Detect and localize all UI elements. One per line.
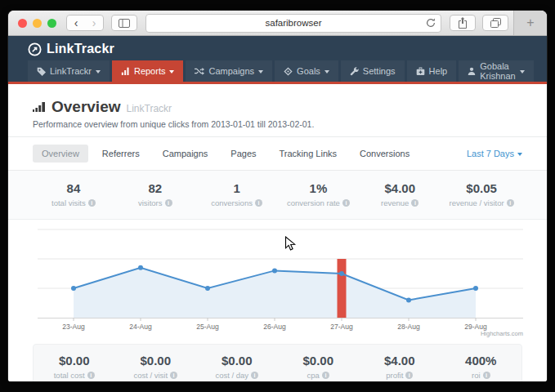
chart-canvas: 23-Aug24-Aug25-Aug26-Aug27-Aug28-Aug29-A…	[8, 220, 545, 338]
tab-label: Conversions	[360, 149, 410, 158]
stat-card: $0.00cpai	[278, 354, 360, 380]
info-icon[interactable]: i	[507, 199, 514, 207]
stat-label: revenue / visitor	[450, 198, 504, 207]
tabs-overview-icon	[490, 18, 501, 28]
page-header: Overview LinkTrackr Performance overview…	[8, 84, 547, 137]
report-tabs: OverviewReferrersCampaignsPagesTracking …	[8, 137, 547, 171]
caret-down-icon	[96, 70, 101, 74]
nav-item-label: Reports	[134, 66, 166, 76]
area-fill	[74, 268, 476, 318]
info-icon[interactable]: i	[87, 372, 95, 379]
user-menu[interactable]: Gobala Krishnan	[459, 60, 533, 82]
stat-label: profit	[386, 371, 403, 380]
stat-value: $0.05	[441, 181, 522, 195]
stat-value: 1	[196, 181, 278, 195]
app-navbar: LinkTrackr LinkTrackrReportsCampaignsGoa…	[8, 36, 547, 84]
dashboard-content: Overview LinkTrackr Performance overview…	[8, 84, 547, 381]
address-bar[interactable]: safaribrowser	[145, 14, 441, 33]
info-icon[interactable]: i	[405, 372, 413, 379]
info-icon[interactable]: i	[165, 199, 172, 207]
screenshot-frame: ‹ › safaribrowser	[0, 0, 555, 392]
data-point	[339, 271, 344, 276]
refresh-icon[interactable]	[426, 18, 436, 28]
nav-item-linktrackr[interactable]: LinkTrackr	[28, 60, 110, 82]
traffic-lights	[18, 19, 56, 28]
sidebar-toggle-icon	[119, 19, 130, 28]
chevron-left-icon: ‹	[74, 16, 78, 29]
share-button[interactable]	[450, 15, 476, 31]
page-title: Overview	[51, 98, 121, 116]
tab-overview[interactable]: Overview	[33, 145, 88, 163]
x-axis-label: 27-Aug	[330, 323, 353, 331]
stat-value: $4.00	[359, 181, 441, 195]
show-all-tabs-button[interactable]	[482, 15, 508, 31]
caret-down-icon	[258, 70, 263, 74]
address-bar-text: safaribrowser	[265, 18, 321, 28]
medkit-icon	[416, 67, 425, 76]
nav-item-campaigns[interactable]: Campaigns	[186, 60, 272, 82]
brand-name[interactable]: LinkTrackr	[47, 42, 114, 56]
minimize-window-button[interactable]	[33, 19, 42, 28]
tab-label: Referrers	[102, 149, 140, 158]
visits-chart: 23-Aug24-Aug25-Aug26-Aug27-Aug28-Aug29-A…	[8, 220, 547, 338]
back-button[interactable]: ‹	[67, 16, 85, 30]
page-subtitle: Performance overview from unique clicks …	[33, 119, 522, 129]
new-tab-icon: +	[526, 16, 534, 30]
chevron-right-icon: ›	[92, 16, 96, 29]
stat-value: $0.00	[115, 354, 197, 368]
info-icon[interactable]: i	[251, 372, 258, 379]
info-icon[interactable]: i	[170, 372, 177, 379]
chart-credit[interactable]: Highcharts.com	[481, 330, 523, 337]
stat-card: 82visitorsi	[114, 181, 196, 207]
share-icon	[458, 17, 468, 29]
tab-tracking-links[interactable]: Tracking Links	[271, 145, 347, 163]
caret-down-icon	[517, 153, 522, 156]
tab-pages[interactable]: Pages	[222, 145, 265, 163]
info-icon[interactable]: i	[322, 372, 329, 379]
info-icon[interactable]: i	[483, 372, 490, 379]
stat-label: cost / day	[215, 371, 248, 380]
info-icon[interactable]: i	[255, 199, 262, 207]
page-title-suffix: LinkTrackr	[127, 103, 172, 114]
linktrackr-logo-icon	[28, 42, 42, 56]
info-icon[interactable]: i	[411, 199, 418, 207]
data-point	[71, 286, 76, 291]
mouse-cursor	[284, 236, 297, 252]
nav-item-label: Campaigns	[208, 66, 254, 76]
stat-label: roi	[472, 371, 481, 380]
x-axis-label: 26-Aug	[263, 323, 286, 331]
stat-value: $0.00	[196, 354, 278, 368]
stat-label: total cost	[54, 371, 85, 380]
tab-campaigns[interactable]: Campaigns	[154, 145, 217, 163]
data-point	[473, 286, 478, 291]
stat-value: 84	[33, 181, 114, 195]
caret-down-icon	[169, 70, 174, 74]
info-icon[interactable]: i	[88, 199, 96, 207]
forward-button[interactable]: ›	[85, 16, 103, 30]
caret-down-icon	[324, 70, 329, 74]
stat-card: $0.00total costi	[34, 354, 115, 380]
tab-label: Tracking Links	[280, 149, 338, 158]
browser-toolbar: ‹ › safaribrowser	[8, 11, 547, 36]
stat-value: 82	[114, 181, 196, 195]
nav-item-label: LinkTrackr	[50, 66, 92, 76]
nav-item-goals[interactable]: Goals	[275, 60, 338, 82]
nav-item-help[interactable]: Help	[407, 60, 457, 82]
info-icon[interactable]: i	[342, 199, 350, 207]
nav-item-reports[interactable]: Reports	[112, 60, 184, 82]
sidebar-toggle-button[interactable]	[111, 15, 137, 31]
stat-value: $0.00	[278, 354, 360, 368]
date-range-selector[interactable]: Last 7 Days	[467, 149, 522, 158]
close-window-button[interactable]	[18, 19, 27, 28]
stat-card: 1conversionsi	[196, 181, 278, 207]
zoom-window-button[interactable]	[47, 19, 56, 28]
user-name: Gobala Krishnan	[480, 61, 515, 81]
new-tab-button[interactable]: +	[513, 11, 547, 35]
nav-item-settings[interactable]: Settings	[341, 60, 405, 82]
date-range-label: Last 7 Days	[467, 149, 514, 158]
stat-label: visitors	[138, 198, 163, 207]
tab-referrers[interactable]: Referrers	[93, 145, 149, 163]
tab-label: Campaigns	[163, 149, 208, 158]
stat-card: 400%roii	[441, 354, 522, 380]
tab-conversions[interactable]: Conversions	[351, 145, 418, 163]
